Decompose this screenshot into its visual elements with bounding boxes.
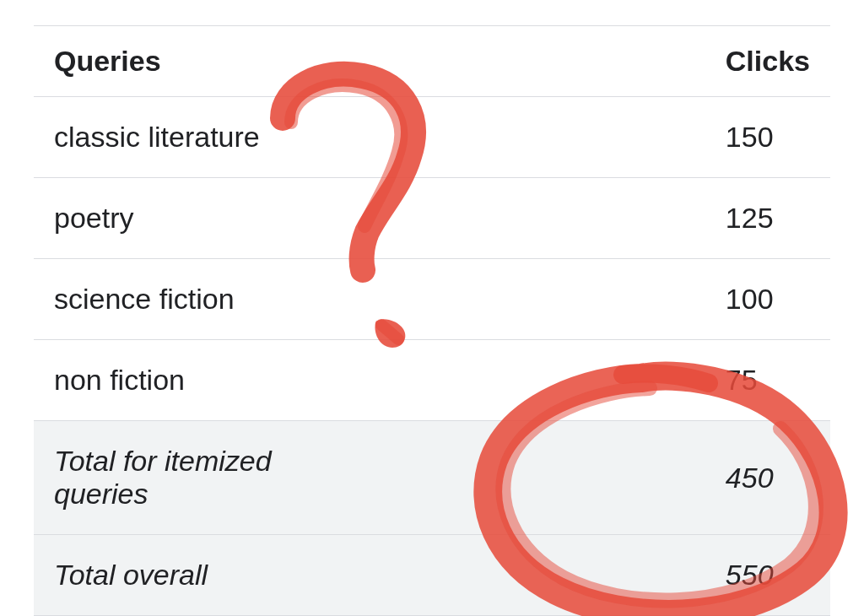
cell-clicks: 150: [371, 97, 830, 178]
cell-total-label: Total overall: [34, 535, 371, 616]
table-row: classic literature 150: [34, 97, 830, 178]
cell-query: poetry: [34, 178, 371, 259]
cell-clicks: 75: [371, 340, 830, 421]
cell-clicks: 125: [371, 178, 830, 259]
cell-query: non fiction: [34, 340, 371, 421]
table-total-row: Total overall 550: [34, 535, 830, 616]
table-total-row: Total for itemized queries 450: [34, 421, 830, 535]
queries-table-container: Queries Clicks classic literature 150 po…: [34, 25, 830, 616]
cell-query: classic literature: [34, 97, 371, 178]
header-queries: Queries: [34, 26, 371, 97]
table-row: science fiction 100: [34, 259, 830, 340]
cell-total-label: Total for itemized queries: [34, 421, 371, 535]
table-header-row: Queries Clicks: [34, 26, 830, 97]
cell-total-clicks: 450: [371, 421, 830, 535]
queries-table: Queries Clicks classic literature 150 po…: [34, 25, 830, 616]
header-clicks: Clicks: [371, 26, 830, 97]
cell-total-clicks: 550: [371, 535, 830, 616]
table-row: non fiction 75: [34, 340, 830, 421]
cell-clicks: 100: [371, 259, 830, 340]
cell-query: science fiction: [34, 259, 371, 340]
table-row: poetry 125: [34, 178, 830, 259]
